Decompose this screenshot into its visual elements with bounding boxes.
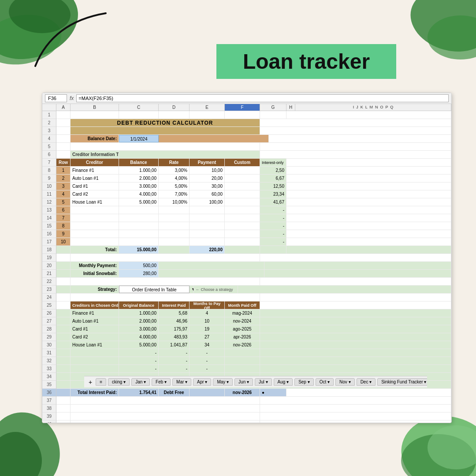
cell-b33[interactable]: [71, 365, 119, 372]
cell-rest-5[interactable]: [260, 143, 451, 150]
cell-rest-7[interactable]: [286, 159, 451, 166]
cell-e36[interactable]: [190, 389, 225, 396]
creditor-1-name[interactable]: Finance #1: [71, 167, 119, 174]
cell-a19[interactable]: [56, 254, 71, 261]
cell-b15[interactable]: [71, 222, 119, 230]
cell-rest-16[interactable]: [286, 230, 451, 238]
col-header-h[interactable]: H: [286, 104, 295, 111]
cell-a6[interactable]: [56, 151, 71, 158]
col-header-c[interactable]: C: [119, 104, 159, 111]
cell-a34[interactable]: [56, 373, 71, 380]
cell-f13[interactable]: [225, 206, 260, 214]
cell-reference[interactable]: F36: [45, 94, 67, 102]
cell-c17[interactable]: [119, 238, 159, 245]
balance-date-value[interactable]: 1/1/2024: [119, 135, 159, 142]
cell-rest-17[interactable]: [286, 238, 451, 245]
cell-c14[interactable]: [119, 214, 159, 222]
tab-apr[interactable]: Apr ▾: [193, 378, 211, 386]
creditor-3-payment[interactable]: 30,00: [190, 182, 225, 190]
cell-d21[interactable]: [159, 270, 264, 277]
col-header-d[interactable]: D: [159, 104, 190, 111]
cell-rest-11[interactable]: [286, 190, 451, 198]
cell-f31[interactable]: [225, 349, 260, 357]
cell-e17[interactable]: [190, 238, 225, 245]
cell-g36[interactable]: ●: [260, 389, 286, 396]
cell-a38[interactable]: [56, 405, 71, 412]
cell-a40[interactable]: [56, 420, 71, 423]
cell-rest-29[interactable]: [260, 333, 451, 341]
cell-f33[interactable]: [225, 365, 260, 372]
tab-oct[interactable]: Oct ▾: [316, 378, 334, 386]
cell-b14[interactable]: [71, 214, 119, 222]
cell-rest-13[interactable]: [286, 206, 451, 214]
cell-c15[interactable]: [119, 222, 159, 230]
cell-d17[interactable]: [159, 238, 190, 245]
creditor-5-rate[interactable]: 10,00%: [159, 198, 190, 206]
tab-feb[interactable]: Feb ▾: [152, 378, 171, 386]
cell-c33[interactable]: -: [119, 365, 159, 372]
cell-a33[interactable]: [56, 365, 71, 372]
cell-b31[interactable]: [71, 349, 119, 357]
cell-a3[interactable]: [56, 127, 71, 134]
cell-b37[interactable]: [71, 397, 260, 404]
tab-may[interactable]: May ▾: [213, 378, 233, 386]
cell-d1[interactable]: [159, 111, 190, 119]
cell-rest-2[interactable]: [260, 119, 451, 126]
cell-rest-15[interactable]: [286, 222, 451, 230]
cell-b39[interactable]: [71, 413, 260, 420]
cell-rest-4[interactable]: [269, 135, 451, 142]
creditor-2-name[interactable]: Auto Loan #1: [71, 175, 119, 182]
cell-rest-33[interactable]: [260, 365, 451, 372]
cell-d33[interactable]: -: [159, 365, 190, 372]
cell-rest-39[interactable]: [260, 413, 451, 420]
creditor-4-name[interactable]: Card #2: [71, 190, 119, 198]
cell-d14[interactable]: [159, 214, 190, 222]
cell-b19[interactable]: [71, 254, 260, 261]
cell-rest-24[interactable]: [260, 294, 451, 301]
cell-a1[interactable]: [56, 111, 71, 119]
cell-b32[interactable]: [71, 357, 119, 364]
cell-rest-37[interactable]: [260, 397, 451, 404]
cell-d20[interactable]: [159, 262, 264, 269]
tab-sep[interactable]: Sep ▾: [294, 378, 314, 386]
cell-rest-19[interactable]: [260, 254, 451, 261]
cell-a21[interactable]: [56, 270, 71, 277]
cell-rest-12[interactable]: [286, 198, 451, 206]
cell-a39[interactable]: [56, 413, 71, 420]
cell-rest-21[interactable]: [264, 270, 451, 277]
cell-a18[interactable]: [56, 246, 71, 253]
initial-snowball-value[interactable]: 280,00: [119, 270, 159, 277]
cell-d32[interactable]: -: [159, 357, 190, 364]
creditor-5-balance[interactable]: 5.000,00: [119, 198, 159, 206]
cell-rest-25[interactable]: [260, 301, 451, 309]
cell-rest-18[interactable]: [286, 246, 451, 253]
col-header-b[interactable]: B: [71, 104, 119, 111]
cell-f32[interactable]: [225, 357, 260, 364]
cell-b13[interactable]: [71, 206, 119, 214]
col-header-e[interactable]: E: [190, 104, 225, 111]
tab-dec[interactable]: Dec ▾: [357, 378, 376, 386]
monthly-payment-value[interactable]: 500,00: [119, 262, 159, 269]
cell-e1[interactable]: [190, 111, 225, 119]
cell-a22[interactable]: [56, 278, 71, 285]
cell-g18[interactable]: [260, 246, 286, 253]
cell-b17[interactable]: [71, 238, 119, 245]
cell-a28[interactable]: [56, 325, 71, 333]
formula-input[interactable]: =MAX(F26:F35): [76, 94, 449, 102]
cell-a36[interactable]: [56, 389, 71, 396]
cell-a4[interactable]: [56, 135, 71, 142]
cell-f15[interactable]: [225, 222, 260, 230]
cell-rest-40[interactable]: [260, 420, 451, 423]
cell-a32[interactable]: [56, 357, 71, 364]
strategy-dropdown[interactable]: Order Entered In Table: [119, 286, 190, 293]
cell-a29[interactable]: [56, 333, 71, 341]
cell-rest-23[interactable]: [238, 286, 451, 293]
cell-e16[interactable]: [190, 230, 225, 238]
cell-e31[interactable]: -: [190, 349, 225, 357]
cell-rest-10[interactable]: [286, 182, 451, 190]
tab-jul[interactable]: Jul ▾: [255, 378, 272, 386]
tab-cking[interactable]: cking ▾: [108, 378, 130, 386]
cell-b22[interactable]: [71, 278, 260, 285]
cell-a24[interactable]: [56, 294, 71, 301]
col-header-f[interactable]: F: [225, 104, 260, 111]
